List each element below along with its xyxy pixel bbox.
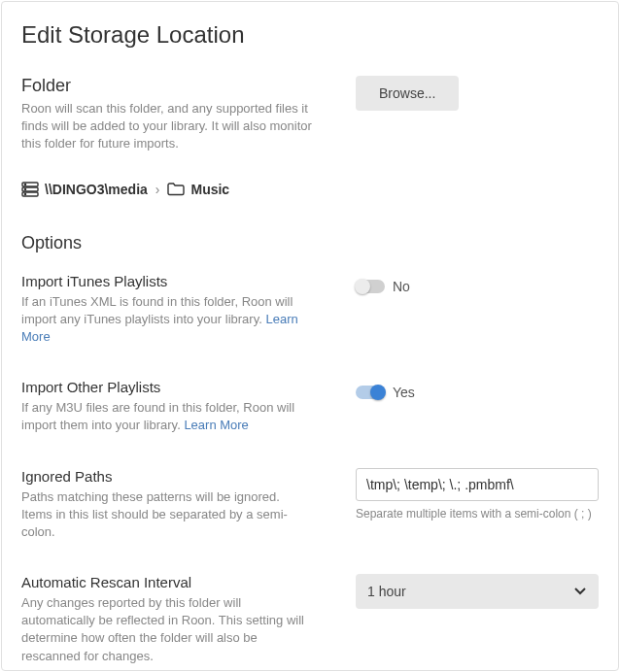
folder-path-breadcrumb: \\DINGO3\media › Music: [21, 181, 599, 198]
import-other-state-label: Yes: [393, 385, 415, 400]
folder-section: Folder Roon will scan this folder, and a…: [21, 76, 599, 153]
import-other-toggle[interactable]: [356, 386, 385, 399]
svg-point-4: [24, 188, 25, 189]
import-other-description: If any M3U files are found in this folde…: [21, 399, 313, 434]
ignored-paths-input[interactable]: [356, 468, 599, 501]
import-itunes-toggle[interactable]: [356, 280, 385, 293]
import-itunes-state-label: No: [393, 279, 410, 294]
edit-storage-dialog: Edit Storage Location Folder Roon will s…: [1, 1, 619, 671]
network-path-label: \\DINGO3\media: [45, 182, 148, 197]
folder-icon: [167, 182, 185, 196]
import-other-learn-more-link[interactable]: Learn More: [184, 418, 248, 432]
ignored-paths-description: Paths matching these patterns will be ig…: [21, 488, 313, 542]
ignored-paths-option: Ignored Paths Paths matching these patte…: [21, 468, 599, 542]
import-other-option: Import Other Playlists If any M3U files …: [21, 379, 599, 434]
import-itunes-option: Import iTunes Playlists If an iTunes XML…: [21, 273, 599, 347]
options-heading: Options: [21, 233, 599, 253]
rescan-selected-label: 1 hour: [367, 584, 406, 599]
rescan-interval-select[interactable]: 1 hour: [356, 574, 599, 609]
rescan-title: Automatic Rescan Interval: [21, 574, 356, 590]
dialog-title: Edit Storage Location: [21, 21, 599, 49]
ignored-paths-title: Ignored Paths: [21, 468, 356, 485]
folder-heading: Folder: [21, 76, 356, 96]
browse-button[interactable]: Browse...: [356, 76, 459, 111]
svg-point-3: [24, 184, 25, 185]
import-itunes-description: If an iTunes XML is found in this folder…: [21, 293, 313, 347]
import-other-title: Import Other Playlists: [21, 379, 356, 395]
folder-description: Roon will scan this folder, and any supp…: [21, 100, 323, 153]
svg-point-5: [24, 193, 25, 194]
network-drive-icon: [21, 181, 39, 198]
rescan-description: Any changes reported by this folder will…: [21, 594, 313, 665]
chevron-down-icon: [573, 585, 587, 598]
import-itunes-title: Import iTunes Playlists: [21, 273, 356, 289]
chevron-right-icon: ›: [154, 182, 162, 197]
rescan-interval-option: Automatic Rescan Interval Any changes re…: [21, 574, 599, 665]
ignored-paths-hint: Separate multiple items with a semi-colo…: [356, 507, 592, 521]
folder-name-label: Music: [190, 182, 229, 197]
